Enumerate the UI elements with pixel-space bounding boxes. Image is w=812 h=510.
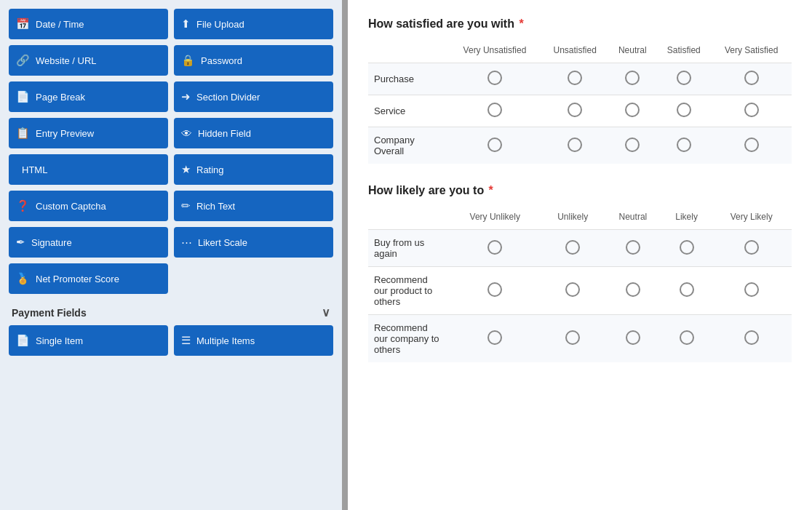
matrix-cell-0-3[interactable] [656, 63, 711, 95]
question1-title: How satisfied are you with * [368, 17, 792, 31]
matrix-cell-1-1[interactable] [542, 267, 604, 315]
right-panel: How satisfied are you with * Very Unsati… [348, 0, 812, 510]
radio-1-3[interactable] [680, 282, 694, 297]
matrix-cell-1-4[interactable] [711, 95, 792, 127]
matrix-cell-0-3[interactable] [662, 230, 711, 267]
date-time-label: Date / Time [36, 19, 84, 30]
likelihood-matrix: Very UnlikelyUnlikelyNeutralLikelyVery L… [368, 209, 792, 362]
section-divider-icon: ➜ [181, 90, 191, 103]
field-btn-page-break[interactable]: 📄Page Break [9, 81, 168, 112]
field-btn-hidden-field[interactable]: 👁Hidden Field [174, 118, 333, 148]
field-btn-html[interactable]: HTML [9, 154, 168, 185]
radio-0-2[interactable] [625, 71, 640, 85]
matrix-cell-0-2[interactable] [604, 230, 662, 267]
radio-2-3[interactable] [677, 138, 691, 152]
payment-fields-section[interactable]: Payment Fields ∨ [9, 300, 333, 325]
rich-text-label: Rich Text [196, 201, 235, 212]
radio-0-0[interactable] [487, 71, 502, 85]
matrix-cell-2-1[interactable] [541, 127, 609, 164]
matrix-cell-2-4[interactable] [711, 315, 792, 363]
matrix-cell-2-3[interactable] [662, 315, 711, 363]
matrix-cell-2-0[interactable] [448, 315, 542, 363]
matrix-cell-0-4[interactable] [711, 230, 792, 267]
matrix-cell-1-3[interactable] [662, 267, 711, 315]
radio-1-0[interactable] [487, 282, 502, 297]
entry-preview-icon: 📋 [16, 127, 30, 140]
matrix-cell-0-4[interactable] [711, 63, 792, 95]
row-label-0: Buy from us again [368, 230, 448, 267]
radio-1-0[interactable] [487, 103, 502, 117]
matrix-cell-0-1[interactable] [542, 230, 604, 267]
matrix-cell-1-3[interactable] [656, 95, 711, 127]
radio-2-3[interactable] [680, 330, 694, 345]
matrix-cell-2-2[interactable] [608, 127, 656, 164]
matrix-row-label-header [368, 209, 448, 230]
field-btn-multiple-items[interactable]: ☰Multiple Items [174, 325, 333, 356]
matrix-cell-2-3[interactable] [656, 127, 711, 164]
matrix-cell-1-1[interactable] [541, 95, 609, 127]
radio-0-1[interactable] [565, 240, 580, 255]
field-btn-signature[interactable]: ✒Signature [9, 227, 168, 258]
radio-2-2[interactable] [626, 330, 640, 345]
radio-0-0[interactable] [487, 240, 502, 255]
single-item-label: Single Item [36, 335, 83, 346]
matrix-cell-0-2[interactable] [608, 63, 656, 95]
radio-1-4[interactable] [744, 103, 759, 117]
radio-2-2[interactable] [625, 138, 640, 152]
question2-required: * [485, 184, 493, 196]
matrix-cell-0-0[interactable] [448, 63, 541, 95]
radio-2-1[interactable] [565, 330, 580, 345]
html-label: HTML [22, 164, 47, 175]
radio-0-4[interactable] [744, 71, 759, 85]
matrix-cell-2-1[interactable] [542, 315, 604, 363]
matrix-cell-1-0[interactable] [448, 95, 541, 127]
radio-1-2[interactable] [626, 282, 640, 297]
matrix-cell-1-0[interactable] [448, 267, 542, 315]
col-header-4: Very Satisfied [711, 42, 792, 63]
radio-1-4[interactable] [744, 282, 759, 297]
radio-2-1[interactable] [568, 138, 582, 152]
radio-0-1[interactable] [568, 71, 582, 85]
field-btn-file-upload[interactable]: ⬆File Upload [174, 9, 333, 39]
payment-field-grid: 📄Single Item☰Multiple Items [9, 325, 333, 356]
field-btn-entry-preview[interactable]: 📋Entry Preview [9, 118, 168, 148]
col-header-1: Unlikely [542, 209, 604, 230]
radio-1-3[interactable] [677, 103, 691, 117]
radio-1-2[interactable] [625, 103, 640, 117]
radio-0-3[interactable] [677, 71, 691, 85]
radio-2-4[interactable] [744, 330, 759, 345]
radio-0-2[interactable] [626, 240, 640, 255]
radio-1-1[interactable] [565, 282, 580, 297]
field-btn-rating[interactable]: ★Rating [174, 154, 333, 185]
field-btn-date-time[interactable]: 📅Date / Time [9, 9, 168, 39]
matrix-cell-1-4[interactable] [711, 267, 792, 315]
field-btn-section-divider[interactable]: ➜Section Divider [174, 81, 333, 112]
col-header-3: Likely [662, 209, 711, 230]
radio-1-1[interactable] [568, 103, 582, 117]
field-btn-website-url[interactable]: 🔗Website / URL [9, 45, 168, 76]
field-btn-single-item[interactable]: 📄Single Item [9, 325, 168, 356]
field-btn-rich-text[interactable]: ✏Rich Text [174, 191, 333, 221]
radio-0-3[interactable] [680, 240, 694, 255]
field-btn-custom-captcha[interactable]: ❓Custom Captcha [9, 191, 168, 221]
matrix-cell-1-2[interactable] [604, 267, 662, 315]
radio-0-4[interactable] [744, 240, 759, 255]
likert-scale-label: Likert Scale [198, 237, 247, 248]
matrix-cell-0-1[interactable] [541, 63, 609, 95]
col-header-0: Very Unsatisfied [448, 42, 541, 63]
matrix-cell-2-4[interactable] [711, 127, 792, 164]
radio-2-0[interactable] [487, 330, 502, 345]
file-upload-icon: ⬆ [181, 17, 191, 31]
matrix-cell-1-2[interactable] [608, 95, 656, 127]
radio-2-0[interactable] [487, 138, 502, 152]
field-btn-password[interactable]: 🔒Password [174, 45, 333, 76]
field-btn-likert-scale[interactable]: ⋯Likert Scale [174, 227, 333, 258]
col-header-1: Unsatisfied [541, 42, 609, 63]
matrix-cell-2-2[interactable] [604, 315, 662, 363]
matrix-cell-2-0[interactable] [448, 127, 541, 164]
radio-2-4[interactable] [744, 138, 759, 152]
field-btn-net-promoter-score[interactable]: 🏅Net Promoter Score [9, 263, 168, 294]
custom-captcha-label: Custom Captcha [36, 201, 106, 212]
matrix-cell-0-0[interactable] [448, 230, 542, 267]
net-promoter-score-label: Net Promoter Score [36, 274, 119, 284]
